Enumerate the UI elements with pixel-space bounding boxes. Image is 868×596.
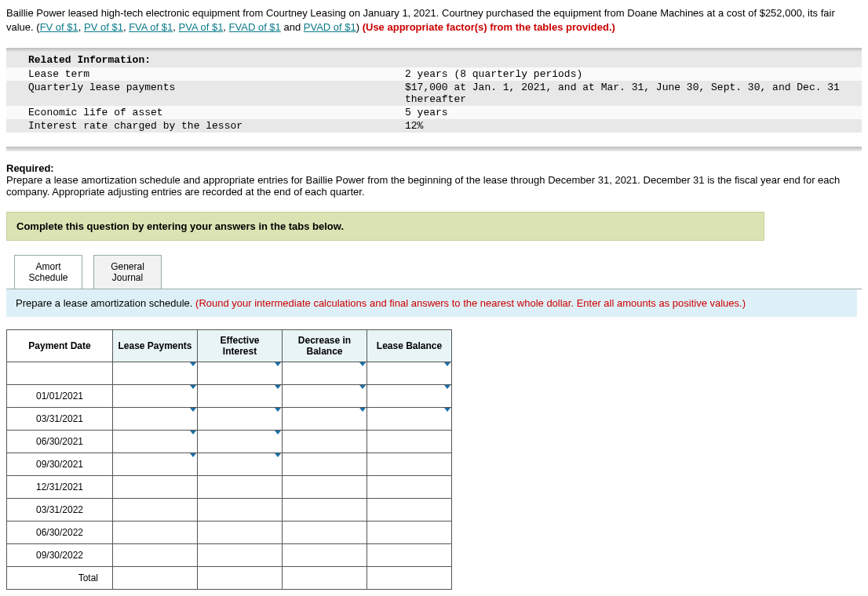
schedule-input-cell[interactable]	[113, 453, 198, 476]
schedule-input-cell[interactable]	[283, 476, 367, 499]
schedule-input-cell[interactable]	[283, 499, 367, 522]
schedule-input-cell[interactable]	[367, 544, 452, 567]
link-fv[interactable]: FV of $1	[40, 21, 78, 33]
info-row: Lease term2 years (8 quarterly periods)	[6, 67, 862, 81]
info-value: 5 years	[405, 106, 862, 119]
payment-date-cell: 09/30/2022	[7, 544, 113, 567]
table-row	[7, 362, 452, 385]
info-value: 12%	[405, 119, 862, 133]
info-row: Interest rate charged by the lessor12%	[6, 119, 862, 133]
info-value: $17,000 at Jan. 1, 2021, and at Mar. 31,…	[405, 81, 862, 106]
total-decrease-balance[interactable]	[283, 567, 367, 590]
related-info-header: Related Information:	[6, 53, 862, 67]
schedule-input-cell[interactable]	[198, 476, 283, 499]
answer-tabs: Amort Schedule General Journal	[14, 255, 862, 289]
table-row: 09/30/2021	[7, 453, 452, 476]
total-label: Total	[7, 567, 113, 590]
info-value: 2 years (8 quarterly periods)	[405, 67, 862, 81]
schedule-input-cell[interactable]	[198, 522, 283, 544]
schedule-input-cell[interactable]	[367, 385, 452, 408]
schedule-input-cell[interactable]	[198, 544, 283, 567]
schedule-input-cell[interactable]	[367, 499, 452, 522]
info-label: Interest rate charged by the lessor	[6, 119, 405, 133]
divider	[6, 147, 862, 151]
related-info-table: Related Information: Lease term2 years (…	[6, 53, 862, 133]
schedule-input-cell[interactable]	[113, 476, 198, 499]
table-row: 06/30/2021	[7, 431, 452, 453]
schedule-input-cell[interactable]	[198, 362, 283, 385]
schedule-input-cell[interactable]	[113, 385, 198, 408]
table-row: 12/31/2021	[7, 476, 452, 499]
schedule-input-cell[interactable]	[283, 544, 367, 567]
table-row: 06/30/2022	[7, 522, 452, 544]
tab-panel: Prepare a lease amortization schedule. (…	[6, 289, 862, 590]
schedule-input-cell[interactable]	[367, 362, 452, 385]
schedule-input-cell[interactable]	[198, 499, 283, 522]
required-body: Prepare a lease amortization schedule an…	[6, 174, 840, 198]
schedule-input-cell[interactable]	[283, 522, 367, 544]
table-row: 01/01/2021	[7, 385, 452, 408]
schedule-input-cell[interactable]	[283, 453, 367, 476]
col-decrease-balance: Decrease in Balance	[283, 330, 367, 362]
schedule-input-cell[interactable]	[198, 385, 283, 408]
col-payment-date: Payment Date	[7, 330, 113, 362]
total-effective-interest[interactable]	[198, 567, 283, 590]
factor-links: FV of $1, PV of $1, FVA of $1, PVA of $1…	[40, 21, 356, 33]
instruction-bar: Complete this question by entering your …	[6, 212, 764, 241]
total-row: Total	[7, 567, 452, 590]
schedule-input-cell[interactable]	[113, 431, 198, 453]
payment-date-cell: 06/30/2022	[7, 522, 113, 544]
col-lease-payments: Lease Payments	[113, 330, 198, 362]
info-row: Quarterly lease payments$17,000 at Jan. …	[6, 81, 862, 106]
schedule-input-cell[interactable]	[113, 522, 198, 544]
schedule-input-cell[interactable]	[367, 453, 452, 476]
schedule-input-cell[interactable]	[198, 408, 283, 431]
schedule-input-cell[interactable]	[113, 408, 198, 431]
col-effective-interest: Effective Interest	[198, 330, 283, 362]
schedule-input-cell[interactable]	[113, 362, 198, 385]
schedule-input-cell[interactable]	[283, 408, 367, 431]
table-row: 03/31/2021	[7, 408, 452, 431]
table-row: 03/31/2022	[7, 499, 452, 522]
info-label: Quarterly lease payments	[6, 81, 405, 94]
problem-statement: Baillie Power leased high-tech electroni…	[6, 6, 854, 34]
tab-general-journal[interactable]: General Journal	[93, 255, 162, 289]
payment-date-cell	[7, 362, 113, 385]
payment-date-cell: 12/31/2021	[7, 476, 113, 499]
link-fvad[interactable]: FVAD of $1	[229, 21, 281, 33]
required-section: Required: Prepare a lease amortization s…	[6, 162, 862, 198]
link-pv[interactable]: PV of $1	[84, 21, 123, 33]
schedule-input-cell[interactable]	[283, 431, 367, 453]
table-row: 09/30/2022	[7, 544, 452, 567]
tab-instruction: Prepare a lease amortization schedule. (…	[6, 289, 857, 317]
payment-date-cell: 03/31/2021	[7, 408, 113, 431]
payment-date-cell: 09/30/2021	[7, 453, 113, 476]
link-fva[interactable]: FVA of $1	[129, 21, 173, 33]
schedule-input-cell[interactable]	[367, 522, 452, 544]
total-lease-payments[interactable]	[113, 567, 198, 590]
tab-amort-schedule[interactable]: Amort Schedule	[14, 255, 82, 289]
link-pvad[interactable]: PVAD of $1	[304, 21, 356, 33]
schedule-input-cell[interactable]	[283, 385, 367, 408]
rounding-note: (Round your intermediate calculations an…	[195, 297, 746, 309]
schedule-input-cell[interactable]	[113, 499, 198, 522]
payment-date-cell: 03/31/2022	[7, 499, 113, 522]
schedule-input-cell[interactable]	[367, 408, 452, 431]
link-pva[interactable]: PVA of $1	[179, 21, 224, 33]
info-label: Lease term	[6, 67, 405, 81]
total-lease-balance[interactable]	[367, 567, 452, 590]
info-label: Economic life of asset	[6, 106, 405, 119]
amortization-schedule-table: Payment Date Lease Payments Effective In…	[6, 329, 452, 590]
payment-date-cell: 01/01/2021	[7, 385, 113, 408]
schedule-input-cell[interactable]	[198, 453, 283, 476]
schedule-input-cell[interactable]	[367, 476, 452, 499]
col-lease-balance: Lease Balance	[367, 330, 452, 362]
use-factors-note: (Use appropriate factor(s) from the tabl…	[363, 21, 615, 33]
schedule-input-cell[interactable]	[113, 544, 198, 567]
info-row: Economic life of asset5 years	[6, 106, 862, 119]
schedule-input-cell[interactable]	[283, 362, 367, 385]
schedule-input-cell[interactable]	[198, 431, 283, 453]
payment-date-cell: 06/30/2021	[7, 431, 113, 453]
schedule-input-cell[interactable]	[367, 431, 452, 453]
required-title: Required:	[6, 162, 862, 174]
